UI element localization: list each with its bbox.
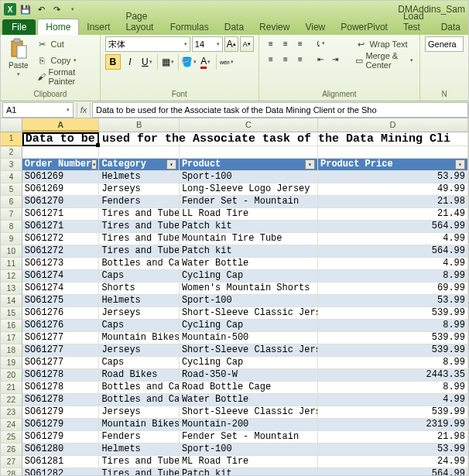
row-header[interactable]: 5 — [1, 183, 22, 196]
cell[interactable]: 49.99 — [318, 183, 468, 196]
cell[interactable]: Patch kit — [180, 468, 318, 476]
cell[interactable]: Short-Sleeve Classic Jers — [180, 406, 318, 419]
align-top-button[interactable]: ≡ — [264, 36, 278, 50]
filter-icon[interactable]: ▾ — [91, 159, 97, 170]
cell[interactable]: Bottles and Cages — [99, 382, 180, 394]
shrink-font-button[interactable]: A▾ — [240, 36, 254, 52]
number-format-selector[interactable]: Genera — [425, 36, 464, 52]
cell[interactable]: Caps — [99, 320, 180, 332]
row-header[interactable]: 27 — [1, 456, 22, 468]
paste-button[interactable]: Paste ▾ — [5, 36, 32, 79]
cell[interactable]: 539.99 — [318, 307, 468, 320]
cell[interactable]: Bottles and Cages — [99, 258, 180, 270]
redo-icon[interactable]: ↷ — [50, 3, 63, 15]
tab-powerpivot[interactable]: PowerPivot — [333, 19, 395, 35]
cell[interactable]: 539.99 — [318, 332, 468, 344]
row-header[interactable]: 4 — [1, 171, 22, 183]
col-header-d[interactable]: D — [318, 118, 468, 132]
cell[interactable]: Cycling Cap — [180, 357, 318, 369]
cell[interactable]: 2443.35 — [318, 369, 468, 382]
cell[interactable]: 21.49 — [318, 208, 468, 221]
cell[interactable]: SO61276 — [22, 320, 100, 332]
align-left-button[interactable]: ≡ — [264, 52, 278, 66]
cell[interactable]: ML Road Tire — [180, 456, 318, 468]
cell[interactable]: Tires and Tubes — [99, 245, 180, 258]
cell[interactable]: Sport-100 — [180, 171, 318, 183]
cell[interactable]: 24.99 — [318, 456, 468, 468]
formula-input[interactable]: Data to be used for the Associate task o… — [92, 102, 468, 118]
cell[interactable]: SO61271 — [22, 221, 100, 233]
cell[interactable]: 4.99 — [318, 258, 468, 270]
cell[interactable]: 69.99 — [318, 283, 468, 295]
merge-center-button[interactable]: ▭Merge & Center▾ — [354, 53, 415, 68]
qat-dropdown-icon[interactable]: ▾ — [66, 3, 78, 15]
cell[interactable]: Mountain-200 — [180, 419, 318, 431]
cell[interactable]: 2319.99 — [318, 419, 468, 431]
cell[interactable]: SO61279 — [22, 419, 100, 431]
cell[interactable]: Data to be used for the Associate task o… — [22, 132, 100, 146]
cell[interactable]: Road Bottle Cage — [180, 382, 318, 394]
cell[interactable]: SO61274 — [22, 283, 100, 295]
row-header[interactable]: 12 — [1, 270, 22, 283]
cell[interactable]: SO61274 — [22, 270, 100, 283]
align-middle-button[interactable]: ≡ — [279, 36, 293, 50]
orientation-button[interactable]: ⤹▾ — [313, 36, 327, 50]
row-header[interactable]: 3 — [1, 159, 22, 171]
row-header[interactable]: 28 — [1, 468, 22, 476]
cell[interactable]: Shorts — [99, 283, 180, 295]
row-header[interactable]: 7 — [1, 208, 22, 221]
tab-data[interactable]: Data — [217, 19, 252, 35]
cell[interactable]: 539.99 — [318, 406, 468, 419]
cell[interactable]: 21.98 — [318, 196, 468, 208]
row-header[interactable]: 19 — [1, 357, 22, 369]
cell[interactable]: SO61278 — [22, 382, 100, 394]
tab-insert[interactable]: Insert — [79, 19, 118, 35]
cell[interactable]: Tires and Tubes — [99, 233, 180, 245]
cut-button[interactable]: ✂Cut — [35, 36, 95, 52]
cell[interactable]: Patch kit — [180, 221, 318, 233]
row-header[interactable]: 9 — [1, 233, 22, 245]
cell[interactable]: SO61277 — [22, 332, 100, 344]
cell[interactable]: Helmets — [99, 171, 180, 183]
row-header[interactable]: 11 — [1, 258, 22, 270]
cell[interactable]: Women's Mountain Shorts — [180, 283, 318, 295]
cell[interactable]: Jerseys — [99, 406, 180, 419]
fx-button[interactable]: fx — [77, 103, 91, 117]
row-header[interactable]: 24 — [1, 419, 22, 431]
tab-load-test[interactable]: Load Test — [395, 9, 433, 35]
name-box[interactable]: A1▾ — [2, 102, 74, 118]
cell[interactable]: Road Bikes — [99, 369, 180, 382]
cell[interactable]: SO61278 — [22, 369, 100, 382]
cell[interactable]: SO61281 — [22, 456, 100, 468]
decrease-indent-button[interactable]: ⇤ — [313, 52, 327, 66]
cell[interactable]: 53.99 — [318, 443, 468, 456]
cell[interactable]: SO61273 — [22, 258, 100, 270]
row-header[interactable]: 15 — [1, 307, 22, 320]
cell[interactable] — [180, 146, 318, 159]
cell[interactable]: SO61282 — [22, 468, 100, 476]
fill-color-button[interactable]: 🪣▾ — [181, 54, 197, 70]
cell[interactable]: Mountain-500 — [180, 332, 318, 344]
cell[interactable]: Fenders — [99, 196, 180, 208]
cell[interactable]: SO61279 — [22, 431, 100, 443]
cell[interactable]: Short-Sleeve Classic Jers — [180, 344, 318, 357]
table-header[interactable]: Order Number▾ — [22, 159, 100, 171]
col-header-b[interactable]: B — [99, 118, 179, 132]
cell[interactable]: Caps — [99, 357, 180, 369]
cell[interactable]: Caps — [99, 270, 180, 283]
cell[interactable]: 539.99 — [318, 344, 468, 357]
row-header[interactable]: 10 — [1, 245, 22, 258]
format-painter-button[interactable]: 🖌Format Painter — [35, 69, 95, 84]
cell[interactable]: Cycling Cap — [180, 270, 318, 283]
table-header[interactable]: Category▾ — [99, 159, 180, 171]
cell[interactable]: SO61278 — [22, 394, 100, 406]
cell[interactable]: Short-Sleeve Classic Jers — [180, 307, 318, 320]
cell[interactable] — [22, 146, 100, 159]
cell[interactable]: 564.99 — [318, 468, 468, 476]
select-all-corner[interactable] — [1, 118, 22, 132]
cell[interactable]: Cycling Cap — [180, 320, 318, 332]
cell[interactable]: Mountain Bikes — [99, 419, 180, 431]
bold-button[interactable]: B — [105, 54, 121, 70]
cell[interactable]: Bottles and Cages — [99, 394, 180, 406]
row-header[interactable]: 13 — [1, 283, 22, 295]
